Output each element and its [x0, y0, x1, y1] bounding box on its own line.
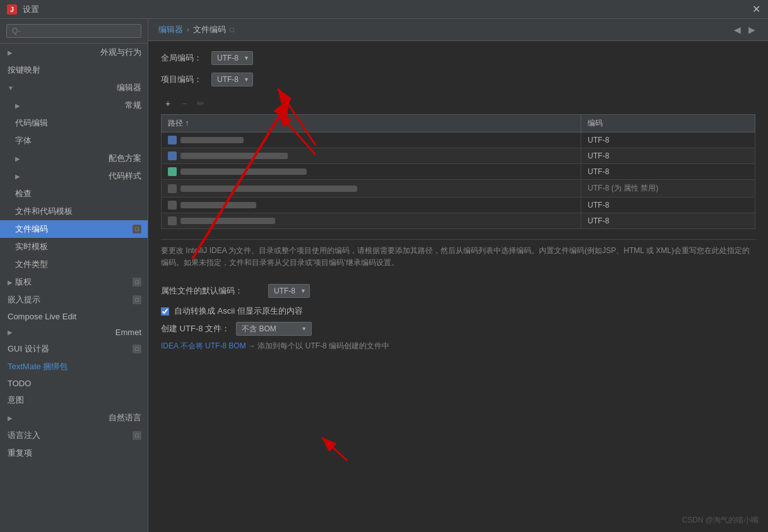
file-encodings-badge: □: [133, 225, 141, 233]
bom-info-rest: 添加到每个以 UTF-8 编码创建的文件中: [257, 341, 389, 350]
sidebar-item-emmet[interactable]: ▶ Emmet: [0, 324, 148, 340]
sidebar-item-color-scheme[interactable]: ▶ 配色方案: [0, 150, 148, 167]
sidebar-item-label-gui-designer: GUI 设计器: [8, 343, 49, 355]
project-encoding-row: 项目编码： UTF-8: [161, 73, 755, 86]
sidebar-item-general[interactable]: ▶ 常规: [0, 97, 148, 114]
sidebar-item-label-duplicates: 重复项: [8, 447, 32, 459]
sidebar-item-label-keymap: 按键映射: [8, 64, 40, 76]
search-input[interactable]: [6, 24, 141, 38]
edit-button[interactable]: ✏: [194, 97, 208, 110]
sidebar-item-label-inspections: 检查: [15, 188, 32, 199]
encoding-cell: UTF-8: [588, 167, 609, 176]
close-button[interactable]: ✕: [752, 4, 760, 15]
sidebar-item-language-injections[interactable]: 语言注入 □: [0, 427, 148, 444]
table-header-path[interactable]: 路径 ↑: [162, 115, 581, 133]
sidebar-item-file-templates[interactable]: 文件和代码模板: [0, 203, 148, 220]
breadcrumb-left: 编辑器 › 文件编码 □: [158, 24, 234, 35]
sidebar-item-fonts[interactable]: 字体: [0, 132, 148, 150]
inlay-hints-badge: □: [133, 295, 141, 304]
sidebar-item-label-textmate: TextMate 捆绑包: [8, 361, 68, 372]
sidebar-item-file-encodings[interactable]: 文件编码 □: [0, 220, 148, 238]
table-row[interactable]: UTF-8: [162, 198, 755, 213]
sidebar-item-compose-live-edit[interactable]: Compose Live Edit: [0, 309, 148, 324]
sidebar-item-label-color-scheme: 配色方案: [109, 153, 141, 164]
sidebar-item-gui-designer[interactable]: GUI 设计器 □: [0, 340, 148, 358]
property-section: 属性文件的默认编码： UTF-8 自动转换成 Ascii 但显示原生的内容 创建…: [161, 284, 755, 352]
description-content: 要更改 IntelliJ IDEA 为文件、目录或整个项目使用的编码，请根据需要…: [161, 246, 750, 267]
expand-icon-appearance: ▶: [8, 49, 13, 56]
sidebar-item-label-file-templates: 文件和代码模板: [15, 206, 73, 217]
breadcrumb-forward-button[interactable]: ▶: [746, 24, 758, 35]
sidebar: ▶ 外观与行为 按键映射 ▼ 编辑器 ▶ 常规 代码编辑 字体 ▶ 配色方案 ▶…: [0, 19, 148, 532]
encoding-cell: UTF-8: [588, 201, 609, 210]
sidebar-item-textmate[interactable]: TextMate 捆绑包: [0, 358, 148, 375]
add-button[interactable]: +: [161, 97, 175, 110]
sidebar-item-appearance[interactable]: ▶ 外观与行为: [0, 44, 148, 61]
sidebar-item-inlay-hints[interactable]: 嵌入提示 □: [0, 291, 148, 309]
sidebar-item-todo[interactable]: TODO: [0, 375, 148, 391]
settings-content: 全局编码： UTF-8 项目编码： UTF-8 + −: [148, 41, 768, 532]
expand-icon-editor: ▼: [8, 85, 14, 92]
table-row[interactable]: UTF-8: [162, 148, 755, 164]
sidebar-item-label-inlay-hints: 嵌入提示: [8, 294, 40, 305]
sidebar-item-keymap[interactable]: 按键映射: [0, 61, 148, 79]
search-box: [0, 19, 148, 44]
sidebar-item-natural-language[interactable]: ▶ 自然语言: [0, 409, 148, 427]
sidebar-item-label-todo: TODO: [8, 379, 31, 388]
expand-icon-code-style: ▶: [15, 173, 20, 180]
sidebar-item-label-language-injections: 语言注入: [8, 430, 40, 441]
global-encoding-select[interactable]: UTF-8: [211, 51, 253, 65]
gui-designer-badge: □: [133, 345, 141, 353]
description-text: 要更改 IntelliJ IDEA 为文件、目录或整个项目使用的编码，请根据需要…: [161, 239, 755, 274]
breadcrumb-parent[interactable]: 编辑器: [158, 24, 183, 35]
table-row[interactable]: UTF-8: [162, 164, 755, 180]
encoding-cell: UTF-8: [588, 216, 609, 225]
sidebar-item-label-compose-live-edit: Compose Live Edit: [8, 312, 76, 321]
sidebar-item-label-appearance: 外观与行为: [100, 47, 141, 58]
auto-convert-label: 自动转换成 Ascii 但显示原生的内容: [174, 305, 303, 317]
breadcrumb-separator: ›: [187, 25, 189, 34]
table-row[interactable]: UTF-8: [162, 133, 755, 148]
remove-button[interactable]: −: [177, 97, 191, 110]
breadcrumb-back-button[interactable]: ◀: [731, 24, 743, 35]
main-layout: ▶ 外观与行为 按键映射 ▼ 编辑器 ▶ 常规 代码编辑 字体 ▶ 配色方案 ▶…: [0, 19, 768, 532]
project-encoding-select[interactable]: UTF-8: [211, 73, 253, 86]
bom-info: IDEA 不会将 UTF-8 BOM → 添加到每个以 UTF-8 编码创建的文…: [161, 341, 755, 352]
sidebar-item-label-file-encodings: 文件编码: [15, 223, 48, 235]
sidebar-item-label-code-style: 代码样式: [109, 170, 141, 182]
sidebar-item-file-types[interactable]: 文件类型: [0, 256, 148, 273]
sidebar-item-code-style[interactable]: ▶ 代码样式: [0, 167, 148, 185]
sidebar-item-live-templates[interactable]: 实时模板: [0, 238, 148, 256]
bom-select-wrapper: 不含 BOM: [236, 322, 312, 336]
sidebar-item-intentions[interactable]: 意图: [0, 391, 148, 409]
auto-convert-row: 自动转换成 Ascii 但显示原生的内容: [161, 305, 755, 317]
bom-row: 创建 UTF-8 文件： 不含 BOM: [161, 322, 755, 336]
svg-text:J: J: [10, 6, 14, 13]
sidebar-item-label-file-types: 文件类型: [15, 259, 48, 270]
bom-info-idea: IDEA 不会将 UTF-8 BOM: [161, 341, 246, 350]
sidebar-item-label-editor: 编辑器: [117, 82, 141, 93]
bom-select[interactable]: 不含 BOM: [236, 322, 312, 336]
sidebar-item-label-live-templates: 实时模板: [15, 241, 48, 252]
language-injections-badge: □: [133, 431, 141, 440]
table-toolbar: + − ✏: [161, 94, 755, 113]
project-encoding-select-wrapper: UTF-8: [211, 73, 253, 86]
sidebar-item-code-editing[interactable]: 代码编辑: [0, 114, 148, 132]
sidebar-item-copyright[interactable]: ▶ 版权 □: [0, 273, 148, 291]
global-encoding-select-wrapper: UTF-8: [211, 51, 253, 65]
global-encoding-row: 全局编码： UTF-8: [161, 51, 755, 65]
sidebar-item-editor[interactable]: ▼ 编辑器: [0, 79, 148, 97]
sidebar-item-label-fonts: 字体: [15, 135, 32, 146]
encoding-table: 路径 ↑ 编码 UTF-8: [161, 114, 755, 229]
sidebar-item-duplicates[interactable]: 重复项: [0, 444, 148, 462]
expand-icon-color-scheme: ▶: [15, 155, 20, 162]
watermark: CSDN @淘气的喵小嘴: [682, 515, 759, 526]
breadcrumb-current: 文件编码: [193, 24, 226, 35]
auto-convert-checkbox[interactable]: [161, 307, 169, 316]
table-row[interactable]: UTF-8: [162, 213, 755, 229]
property-encoding-row: 属性文件的默认编码： UTF-8: [161, 284, 755, 298]
breadcrumb-nav: ◀ ▶: [731, 24, 758, 35]
table-row[interactable]: UTF-8 (为 属性 禁用): [162, 180, 755, 198]
sidebar-item-inspections[interactable]: 检查: [0, 185, 148, 203]
property-encoding-select[interactable]: UTF-8: [268, 284, 310, 298]
